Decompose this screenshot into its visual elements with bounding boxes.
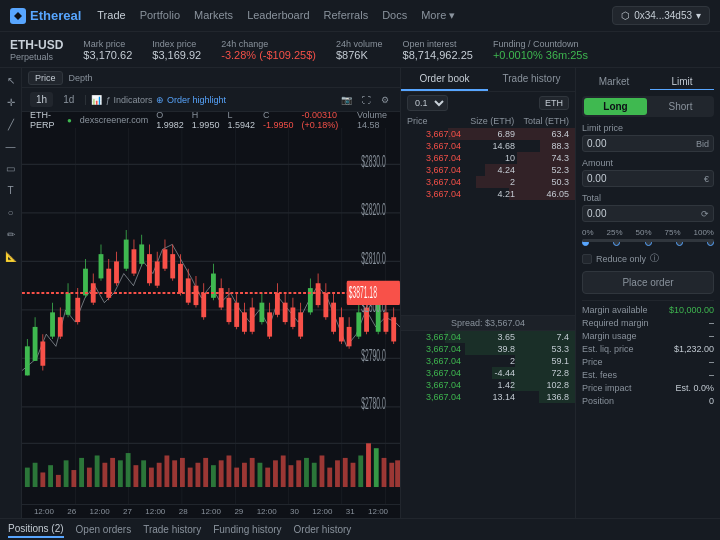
short-button[interactable]: Short (649, 98, 712, 115)
svg-text:$3871.18: $3871.18 (349, 282, 377, 302)
svg-rect-154 (395, 460, 400, 487)
circle-icon[interactable]: ○ (3, 204, 19, 220)
ob-size-select[interactable]: 0.1 (407, 95, 448, 111)
open-interest-value: $8,714,962.25 (403, 49, 473, 61)
limit-price-field[interactable]: 0.00 Bid (582, 135, 714, 152)
svg-rect-143 (312, 463, 317, 487)
volume-label: 24h volume (336, 39, 383, 49)
ob-ask-row: 3,667.04 10 74.3 (401, 152, 575, 164)
wallet-button[interactable]: ⬡ 0x34...34d53 ▾ (612, 6, 710, 25)
wallet-address: 0x34...34d53 (634, 10, 692, 21)
chart-type-icon[interactable]: 📊 (91, 95, 102, 105)
trade-history-tab[interactable]: Trade history (488, 68, 575, 91)
time-12-5: 12:00 (253, 507, 281, 516)
svg-rect-118 (118, 460, 123, 487)
timeframe-1h[interactable]: 1h (30, 92, 53, 107)
nav-markets[interactable]: Markets (194, 7, 233, 24)
svg-rect-130 (211, 465, 216, 487)
funding-history-tab[interactable]: Funding history (213, 522, 281, 537)
limit-price-value: 0.00 (587, 138, 696, 149)
svg-rect-148 (351, 463, 356, 487)
volume-value: $876K (336, 49, 383, 61)
nav-portfolio[interactable]: Portfolio (140, 7, 180, 24)
nav-referrals[interactable]: Referrals (324, 7, 369, 24)
order-history-tab[interactable]: Order history (294, 522, 352, 537)
time-12-1: 12:00 (30, 507, 58, 516)
positions-tab[interactable]: Positions (2) (8, 521, 64, 538)
screenshot-icon[interactable]: 📷 (338, 94, 355, 106)
margin-available-label: Margin available (582, 305, 648, 315)
place-order-button[interactable]: Place order (582, 271, 714, 294)
price-row: Price – (582, 357, 714, 367)
depth-tab[interactable]: Depth (69, 73, 93, 83)
nav-more[interactable]: More ▾ (421, 7, 455, 24)
ob-col-total: Total (ETH) (516, 116, 569, 126)
time-26: 26 (58, 507, 86, 516)
ob-bid-row: 3,667.04 -4.44 72.8 (401, 367, 575, 379)
nav-trade[interactable]: Trade (97, 7, 125, 24)
price-impact-value: Est. 0.0% (675, 383, 714, 393)
total-unit: ⟳ (701, 209, 709, 219)
ask-total: 63.4 (515, 129, 569, 139)
trend-line-icon[interactable]: ╱ (3, 116, 19, 132)
svg-rect-142 (304, 458, 309, 487)
order-highlight-btn[interactable]: ⊕ Order highlight (156, 95, 226, 105)
bid-total: 53.3 (515, 344, 569, 354)
nav-leaderboard[interactable]: Leaderboard (247, 7, 309, 24)
ask-total: 50.3 (515, 177, 569, 187)
order-book-tab[interactable]: Order book (401, 68, 488, 91)
time-12-4: 12:00 (197, 507, 225, 516)
nav-right: ⬡ 0x34...34d53 ▾ (612, 6, 710, 25)
reduce-only-checkbox[interactable] (582, 254, 592, 264)
ohlc-o: O 1.9982 (156, 110, 184, 130)
position-slider: 0% 25% 50% 75% 100% (582, 228, 714, 246)
rectangle-icon[interactable]: ▭ (3, 160, 19, 176)
open-interest-label: Open interest (403, 39, 473, 49)
market-tab[interactable]: Market (582, 74, 646, 90)
amount-field[interactable]: 0.00 € (582, 170, 714, 187)
svg-rect-128 (195, 463, 200, 487)
trade-history-tab-bottom[interactable]: Trade history (143, 522, 201, 537)
chart-tabs: 1h 1d | 📊 ƒ Indicators ⊕ Order highlight… (22, 88, 400, 112)
bid-price: 3,667.04 (407, 344, 461, 354)
crosshair-icon[interactable]: ✛ (3, 94, 19, 110)
text-tool-icon[interactable]: T (3, 182, 19, 198)
limit-tab[interactable]: Limit (650, 74, 714, 90)
ask-size: 6.89 (461, 129, 515, 139)
chevron-down-icon: ▾ (696, 10, 701, 21)
total-row: Total 0.00 ⟳ (582, 193, 714, 222)
order-book-panel: Order book Trade history 0.1 ETH Price S… (400, 68, 575, 518)
open-orders-tab[interactable]: Open orders (76, 522, 132, 537)
cursor-icon[interactable]: ↖ (3, 72, 19, 88)
total-value: 0.00 (587, 208, 701, 219)
timeframe-1d[interactable]: 1d (57, 92, 80, 107)
total-label-text: Total (582, 193, 714, 203)
ask-total: 88.3 (515, 141, 569, 151)
main-layout: ↖ ✛ ╱ — ▭ T ○ ✏ 📐 Price Depth 1h 1d | 📊 … (0, 68, 720, 518)
index-price-stat: Index price $3,169.92 (152, 39, 201, 61)
svg-rect-137 (265, 468, 270, 487)
total-field[interactable]: 0.00 ⟳ (582, 205, 714, 222)
ohlc-volume: Volume 14.58 (357, 110, 392, 130)
slider-track[interactable] (582, 239, 714, 242)
pencil-icon[interactable]: ✏ (3, 226, 19, 242)
price-tab[interactable]: Price (28, 71, 63, 85)
indicators-btn[interactable]: ƒ Indicators (106, 95, 153, 105)
change-value: -3.28% (-$109.25$) (221, 49, 316, 61)
fullscreen-icon[interactable]: ⛶ (359, 94, 374, 106)
ob-bid-rows: 3,667.04 3.65 7.4 3,667.04 39.8 53.3 3,6… (401, 331, 575, 518)
settings-icon[interactable]: ⚙ (378, 94, 392, 106)
nav-docs[interactable]: Docs (382, 7, 407, 24)
svg-rect-150 (366, 443, 371, 487)
measure-icon[interactable]: 📐 (3, 248, 19, 264)
ohlc-l: L 1.5942 (227, 110, 255, 130)
limit-price-unit: Bid (696, 139, 709, 149)
ob-token-label: ETH (539, 96, 569, 110)
ob-ask-row: 3,667.04 6.89 63.4 (401, 128, 575, 140)
ob-ask-row: 3,667.04 2 50.3 (401, 176, 575, 188)
time-12-7: 12:00 (364, 507, 392, 516)
long-button[interactable]: Long (584, 98, 647, 115)
top-nav: Ethereal Trade Portfolio Markets Leaderb… (0, 0, 720, 32)
horizontal-line-icon[interactable]: — (3, 138, 19, 154)
svg-text:$2820.0: $2820.0 (361, 200, 386, 220)
